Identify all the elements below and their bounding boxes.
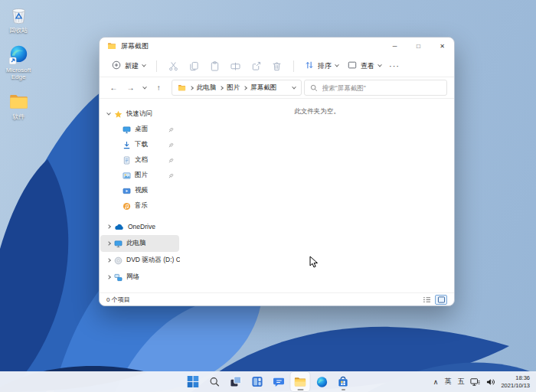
sidebar-item-label: 桌面: [135, 125, 148, 134]
pin-icon: [168, 172, 174, 180]
sidebar-item-dvd-drive[interactable]: DVD 驱动器 (D:) C: [100, 252, 179, 269]
sidebar-item-pictures[interactable]: 图片: [100, 168, 179, 183]
show-hidden-icons-button[interactable]: ∧: [433, 378, 439, 386]
ime-language-indicator[interactable]: 英: [444, 377, 451, 387]
search-input[interactable]: [322, 84, 441, 92]
forward-button[interactable]: →: [123, 81, 138, 95]
sidebar-item-music[interactable]: 音乐: [100, 198, 179, 214]
start-button[interactable]: [184, 372, 203, 391]
view-button[interactable]: 查看: [343, 58, 386, 74]
up-button[interactable]: ↑: [152, 81, 166, 95]
desktop: 回收站 Microsoft Edge: [0, 0, 536, 392]
desktop-icon-recycle-bin[interactable]: 回收站: [1, 5, 36, 34]
pin-icon: [168, 157, 174, 165]
more-button[interactable]: ···: [386, 61, 403, 70]
dvd-drive-icon: [114, 256, 123, 265]
title-bar[interactable]: 屏幕截图 ─ □ ✕: [100, 38, 454, 55]
copy-button[interactable]: [184, 59, 204, 74]
pin-icon: [168, 126, 174, 134]
details-view-button[interactable]: [420, 295, 433, 305]
rename-button[interactable]: [225, 59, 246, 74]
sidebar-item-this-pc[interactable]: 此电脑: [100, 235, 179, 252]
close-button[interactable]: ✕: [430, 38, 454, 55]
videos-icon: [123, 187, 131, 195]
expander-icon[interactable]: [106, 275, 111, 279]
running-indicator: [342, 389, 345, 390]
desktop-icon-edge[interactable]: Microsoft Edge: [1, 44, 36, 81]
cut-button[interactable]: [163, 59, 184, 74]
desktop-icon-label: 回收站: [9, 27, 28, 34]
expander-icon[interactable]: [106, 111, 111, 116]
paste-button[interactable]: [204, 59, 225, 74]
file-explorer-icon: [294, 375, 307, 388]
breadcrumb-pictures[interactable]: 图片: [227, 83, 240, 93]
back-button[interactable]: ←: [106, 81, 121, 95]
recent-locations-button[interactable]: [140, 87, 149, 90]
window-controls: ─ □ ✕: [383, 38, 454, 55]
taskbar: ∧ 英 五 18:36 2021/10/13: [0, 371, 536, 392]
toolbar-divider: [293, 60, 294, 72]
plus-circle-icon: [112, 60, 121, 71]
taskbar-clock[interactable]: 18:36 2021/10/13: [501, 374, 530, 389]
address-dropdown-icon[interactable]: [292, 84, 296, 89]
search-button[interactable]: [205, 372, 224, 391]
network-icon: [114, 273, 123, 282]
chevron-down-icon: [142, 63, 146, 67]
sidebar-item-label: DVD 驱动器 (D:) C: [126, 256, 180, 265]
onedrive-cloud-icon: [114, 224, 124, 230]
network-icon[interactable]: [470, 375, 480, 389]
breadcrumb-folder-icon: [178, 81, 186, 95]
toolbar-divider: [156, 60, 157, 72]
window-title: 屏幕截图: [121, 41, 149, 51]
command-bar: 新建: [100, 55, 454, 77]
sidebar-item-label: 图片: [135, 171, 148, 180]
sidebar-item-documents[interactable]: 文档: [100, 152, 179, 168]
breadcrumb-this-pc[interactable]: 此电脑: [197, 83, 217, 93]
expander-icon[interactable]: [106, 241, 111, 246]
sidebar-item-label: 此电脑: [126, 239, 146, 248]
expander-icon[interactable]: [106, 224, 111, 229]
view-icon: [348, 60, 357, 71]
sidebar-item-label: 网络: [126, 273, 139, 282]
sidebar-item-downloads[interactable]: 下载: [100, 137, 179, 152]
sort-button[interactable]: 排序: [300, 58, 343, 74]
large-icons-view-button[interactable]: [435, 295, 447, 305]
file-list-area[interactable]: 此文件夹为空。: [180, 99, 454, 292]
sidebar-item-network[interactable]: 网络: [100, 269, 179, 286]
sidebar-item-videos[interactable]: 视频: [100, 183, 179, 198]
folder-icon: [8, 91, 29, 112]
minimize-button[interactable]: ─: [383, 38, 407, 55]
pictures-icon: [123, 172, 131, 180]
chat-icon: [273, 376, 285, 387]
desktop-icon-label: 软件: [12, 113, 25, 121]
sidebar-item-quick-access[interactable]: 快速访问: [100, 106, 179, 122]
desktop-icon-folder[interactable]: 软件: [1, 91, 36, 121]
navigation-pane: 快速访问 桌面: [100, 99, 180, 292]
search-box[interactable]: [304, 80, 447, 96]
breadcrumb-screenshots[interactable]: 屏幕截图: [250, 83, 276, 93]
volume-icon[interactable]: [486, 375, 495, 389]
item-count: 0 个项目: [106, 296, 130, 304]
share-button[interactable]: [246, 59, 266, 74]
edge-icon: [8, 44, 29, 65]
widgets-icon: [252, 376, 263, 387]
edge-button[interactable]: [312, 372, 332, 391]
breadcrumb[interactable]: 此电脑 图片 屏幕截图: [172, 80, 302, 96]
new-button[interactable]: 新建: [107, 58, 150, 74]
this-pc-icon: [114, 240, 123, 248]
view-button-label: 查看: [361, 61, 374, 71]
store-icon: [338, 376, 349, 387]
maximize-button[interactable]: □: [407, 38, 430, 55]
sidebar-item-label: OneDrive: [128, 223, 155, 230]
expander-icon[interactable]: [106, 258, 111, 263]
chat-button[interactable]: [270, 372, 289, 391]
widgets-button[interactable]: [248, 372, 267, 391]
file-explorer-button[interactable]: [291, 372, 310, 391]
sidebar-item-desktop[interactable]: 桌面: [100, 122, 179, 137]
delete-button[interactable]: [266, 59, 287, 74]
chevron-down-icon: [377, 63, 382, 67]
store-button[interactable]: [334, 372, 353, 391]
task-view-button[interactable]: [227, 372, 246, 391]
ime-mode-indicator[interactable]: 五: [457, 377, 464, 387]
sidebar-item-onedrive[interactable]: OneDrive: [100, 218, 179, 235]
